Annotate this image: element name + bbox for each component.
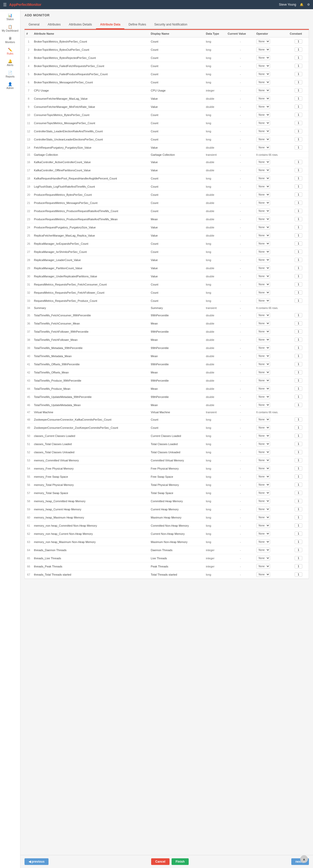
constant-cell[interactable]: [288, 144, 309, 152]
operator-cell[interactable]: None > < = !=: [255, 464, 288, 473]
constant-input[interactable]: [295, 338, 302, 342]
operator-select[interactable]: None > < = !=: [256, 96, 270, 101]
constant-cell[interactable]: [288, 530, 309, 538]
operator-cell[interactable]: None > < = !=: [255, 415, 288, 424]
constant-cell[interactable]: [288, 360, 309, 368]
operator-cell[interactable]: None > < = !=: [255, 264, 288, 272]
prev-button[interactable]: ◀ previous: [25, 858, 49, 865]
operator-select[interactable]: None > < = !=: [256, 113, 270, 117]
operator-cell[interactable]: None > < = !=: [255, 45, 288, 54]
operator-cell[interactable]: None > < = !=: [255, 497, 288, 505]
constant-cell[interactable]: [288, 111, 309, 119]
operator-select[interactable]: None > < = !=: [256, 282, 270, 287]
tab-attributes[interactable]: Attributes: [44, 21, 65, 29]
operator-cell[interactable]: None > < = !=: [255, 288, 288, 297]
operator-select[interactable]: None > < = !=: [256, 39, 270, 44]
operator-select[interactable]: None > < = !=: [256, 104, 270, 109]
operator-cell[interactable]: None > < = !=: [255, 86, 288, 95]
operator-cell[interactable]: None > < = !=: [255, 328, 288, 336]
constant-cell[interactable]: [288, 562, 309, 570]
constant-cell[interactable]: [288, 45, 309, 54]
finish-button[interactable]: Finish: [172, 858, 189, 865]
constant-cell[interactable]: [288, 191, 309, 199]
operator-cell[interactable]: None > < = !=: [255, 280, 288, 288]
operator-cell[interactable]: None > < = !=: [255, 103, 288, 111]
bell-icon[interactable]: 🔔: [300, 3, 304, 6]
constant-cell[interactable]: [288, 86, 309, 95]
constant-cell[interactable]: [288, 62, 309, 70]
constant-input[interactable]: [295, 168, 302, 172]
operator-cell[interactable]: None > < = !=: [255, 393, 288, 401]
operator-select[interactable]: None > < = !=: [256, 209, 270, 213]
constant-input[interactable]: [295, 434, 302, 438]
operator-select[interactable]: None > < = !=: [256, 329, 270, 334]
tab-define-rules[interactable]: Define Rules: [124, 21, 150, 29]
constant-cell[interactable]: [288, 158, 309, 166]
operator-cell[interactable]: None > < = !=: [255, 174, 288, 183]
operator-select[interactable]: None > < = !=: [256, 378, 270, 383]
constant-cell[interactable]: [288, 514, 309, 522]
constant-cell[interactable]: [288, 570, 309, 579]
operator-select[interactable]: None > < = !=: [256, 425, 270, 430]
constant-cell[interactable]: [288, 297, 309, 305]
operator-cell[interactable]: None > < = !=: [255, 240, 288, 248]
constant-input[interactable]: [295, 233, 302, 238]
constant-input[interactable]: [295, 225, 302, 229]
constant-cell[interactable]: [288, 424, 309, 432]
sidebar-item-monitors[interactable]: 🖥 Monitors: [0, 34, 20, 45]
constant-input[interactable]: [295, 403, 302, 407]
constant-input[interactable]: [295, 282, 302, 286]
constant-input[interactable]: [295, 523, 302, 528]
operator-select[interactable]: None > < = !=: [256, 474, 270, 479]
operator-cell[interactable]: None > < = !=: [255, 530, 288, 538]
constant-input[interactable]: [295, 370, 302, 374]
constant-input[interactable]: [295, 80, 302, 84]
constant-cell[interactable]: [288, 319, 309, 328]
operator-select[interactable]: None > < = !=: [256, 345, 270, 350]
constant-cell[interactable]: [288, 546, 309, 554]
operator-cell[interactable]: None > < = !=: [255, 256, 288, 264]
constant-input[interactable]: [295, 137, 302, 142]
operator-cell[interactable]: None > < = !=: [255, 62, 288, 70]
operator-select[interactable]: None > < = !=: [256, 72, 270, 76]
operator-cell[interactable]: None > < = !=: [255, 546, 288, 554]
constant-input[interactable]: [295, 491, 302, 495]
operator-select[interactable]: None > < = !=: [256, 80, 270, 85]
constant-cell[interactable]: [288, 393, 309, 401]
operator-select[interactable]: None > < = !=: [256, 531, 270, 536]
sidebar-item-rules[interactable]: ✏️ Rules: [0, 45, 20, 57]
constant-cell[interactable]: [288, 166, 309, 174]
constant-input[interactable]: [295, 104, 302, 109]
constant-cell[interactable]: [288, 248, 309, 256]
operator-select[interactable]: None > < = !=: [256, 337, 270, 342]
constant-input[interactable]: [295, 548, 302, 552]
constant-input[interactable]: [295, 395, 302, 399]
operator-select[interactable]: None > < = !=: [256, 129, 270, 133]
constant-cell[interactable]: [288, 272, 309, 280]
constant-input[interactable]: [295, 354, 302, 358]
constant-input[interactable]: [295, 321, 302, 326]
constant-input[interactable]: [295, 258, 302, 262]
constant-cell[interactable]: [288, 473, 309, 481]
tab-general[interactable]: General: [25, 21, 44, 29]
operator-cell[interactable]: None > < = !=: [255, 505, 288, 514]
constant-input[interactable]: [295, 346, 302, 350]
operator-select[interactable]: None > < = !=: [256, 184, 270, 189]
operator-cell[interactable]: None > < = !=: [255, 473, 288, 481]
operator-cell[interactable]: None > < = !=: [255, 319, 288, 328]
operator-select[interactable]: None > < = !=: [256, 298, 270, 303]
constant-cell[interactable]: [288, 37, 309, 45]
operator-select[interactable]: None > < = !=: [256, 225, 270, 230]
operator-cell[interactable]: None > < = !=: [255, 360, 288, 368]
constant-input[interactable]: [295, 72, 302, 76]
operator-cell[interactable]: None > < = !=: [255, 368, 288, 376]
constant-input[interactable]: [295, 564, 302, 568]
constant-cell[interactable]: [288, 538, 309, 546]
constant-input[interactable]: [295, 426, 302, 430]
operator-select[interactable]: None > < = !=: [256, 217, 270, 221]
operator-cell[interactable]: None > < = !=: [255, 215, 288, 223]
constant-input[interactable]: [295, 88, 302, 93]
operator-cell[interactable]: None > < = !=: [255, 158, 288, 166]
constant-cell[interactable]: [288, 103, 309, 111]
operator-cell[interactable]: None > < = !=: [255, 562, 288, 570]
